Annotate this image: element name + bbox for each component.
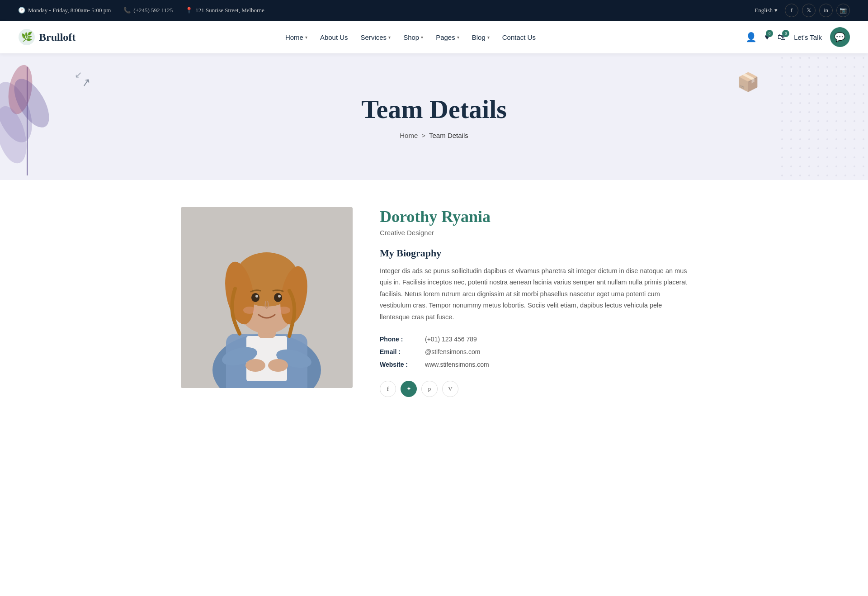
linkedin-top-icon[interactable]: in — [819, 4, 833, 17]
svg-point-15 — [245, 359, 265, 372]
nav-label-home: Home — [285, 33, 303, 41]
nav-link-home[interactable]: Home ▾ — [285, 33, 307, 41]
language-chevron: ▾ — [774, 7, 778, 14]
vimeo-link[interactable]: V — [442, 381, 458, 397]
svg-point-26 — [243, 307, 256, 314]
phone-text: (+245) 592 1125 — [133, 7, 173, 14]
nav-link-pages[interactable]: Pages ▾ — [436, 33, 459, 41]
svg-point-5 — [7, 73, 54, 133]
header: 🌿 Brulloft Home ▾ About Us Services ▾ — [0, 21, 868, 53]
website-value: www.stifensimons.com — [425, 361, 489, 368]
lets-talk-button[interactable]: Let's Talk — [794, 33, 822, 41]
phone-label: Phone : — [380, 336, 416, 343]
address-info: 📍 121 Sunrise Street, Melborne — [185, 7, 264, 14]
language-selector[interactable]: English ▾ — [755, 7, 778, 14]
main-nav: Home ▾ About Us Services ▾ Shop ▾ — [285, 33, 536, 41]
twitter-link[interactable]: ✦ — [401, 381, 417, 397]
top-social-icons: f 𝕏 in 📷 — [785, 4, 850, 17]
phone-value: (+01) 123 456 789 — [425, 336, 477, 343]
svg-point-22 — [251, 293, 259, 302]
svg-point-6 — [0, 103, 32, 166]
nav-item-services: Services ▾ — [361, 33, 391, 41]
profile-name: Dorothy Ryania — [380, 207, 687, 226]
logo[interactable]: 🌿 Brulloft — [18, 28, 75, 46]
cart-badge: 0 — [782, 30, 789, 37]
profile-job-title: Creative Designer — [380, 229, 687, 237]
social-links: f ✦ p V — [380, 381, 687, 397]
nav-chevron-pages: ▾ — [457, 35, 459, 40]
nav-label-shop: Shop — [403, 33, 419, 41]
nav-link-about[interactable]: About Us — [320, 33, 348, 41]
profile-image-wrap — [181, 207, 353, 388]
facebook-top-icon[interactable]: f — [785, 4, 798, 17]
hours-info: 🕐 Monday - Friday, 8:00am- 5:00 pm — [18, 7, 111, 14]
nav-chevron-home: ▾ — [305, 35, 307, 40]
nav-label-blog: Blog — [472, 33, 486, 41]
user-icon[interactable]: 👤 — [745, 32, 757, 43]
phone-info: 📞 (+245) 592 1125 — [123, 7, 173, 14]
chat-button[interactable]: 💬 — [830, 27, 850, 47]
twitter-top-icon[interactable]: 𝕏 — [802, 4, 816, 17]
instagram-top-icon[interactable]: 📷 — [836, 4, 850, 17]
svg-text:🌿: 🌿 — [21, 31, 33, 42]
contact-table: Phone : (+01) 123 456 789 Email : @stife… — [380, 336, 687, 368]
website-label: Website : — [380, 361, 416, 368]
header-actions: 👤 ♥ 0 🛍 0 Let's Talk 💬 — [745, 27, 850, 47]
nav-link-contact[interactable]: Contact Us — [502, 33, 536, 41]
bio-heading: My Biography — [380, 247, 687, 259]
nav-item-pages: Pages ▾ — [436, 33, 459, 41]
profile-info: Dorothy Ryania Creative Designer My Biog… — [380, 207, 687, 397]
breadcrumb-home[interactable]: Home — [400, 132, 418, 139]
nav-item-about: About Us — [320, 33, 348, 41]
svg-point-16 — [268, 359, 288, 372]
logo-icon: 🌿 — [18, 28, 35, 46]
nav-label-services: Services — [361, 33, 387, 41]
page-title: Team Details — [361, 94, 507, 124]
nav-item-shop: Shop ▾ — [403, 33, 423, 41]
bio-text: Integer dis ads se purus sollicitudin da… — [380, 265, 687, 323]
svg-point-3 — [0, 77, 39, 147]
facebook-link[interactable]: f — [380, 381, 396, 397]
nav-chevron-blog: ▾ — [487, 35, 490, 40]
nav-link-services[interactable]: Services ▾ — [361, 33, 391, 41]
clock-icon: 🕐 — [18, 7, 25, 14]
breadcrumb: Home > Team Details — [400, 132, 468, 139]
nav-label-contact: Contact Us — [502, 33, 536, 41]
nav-item-home: Home ▾ — [285, 33, 307, 41]
phone-row: Phone : (+01) 123 456 789 — [380, 336, 687, 343]
website-row: Website : www.stifensimons.com — [380, 361, 687, 368]
email-row: Email : @stifensimons.com — [380, 348, 687, 355]
email-label: Email : — [380, 348, 416, 355]
decoration-box: 📦 — [737, 71, 760, 93]
wishlist-icon[interactable]: ♥ 0 — [765, 33, 770, 42]
nav-label-pages: Pages — [436, 33, 455, 41]
location-icon: 📍 — [185, 7, 193, 14]
nav-label-about: About Us — [320, 33, 348, 41]
svg-point-25 — [278, 295, 281, 298]
nav-link-shop[interactable]: Shop ▾ — [403, 33, 423, 41]
nav-chevron-services: ▾ — [388, 35, 391, 40]
svg-rect-8 — [778, 53, 868, 180]
nav-chevron-shop: ▾ — [421, 35, 423, 40]
logo-text: Brulloft — [39, 31, 75, 43]
language-label: English — [755, 7, 773, 14]
pinterest-link[interactable]: p — [421, 381, 438, 397]
svg-point-27 — [278, 307, 290, 314]
top-bar-left: 🕐 Monday - Friday, 8:00am- 5:00 pm 📞 (+2… — [18, 7, 264, 14]
person-illustration — [181, 207, 353, 388]
nav-link-blog[interactable]: Blog ▾ — [472, 33, 490, 41]
svg-point-24 — [255, 295, 258, 298]
svg-point-23 — [274, 293, 282, 302]
decoration-leaf — [0, 53, 54, 180]
top-bar-right: English ▾ f 𝕏 in 📷 — [755, 4, 850, 17]
address-text: 121 Sunrise Street, Melborne — [195, 7, 264, 14]
profile-image — [181, 207, 353, 388]
decoration-grid — [778, 53, 868, 180]
nav-list: Home ▾ About Us Services ▾ Shop ▾ — [285, 33, 536, 41]
decoration-lines: ↙ — [75, 69, 82, 80]
hero-banner: ↗ ↙ 📦 Team Details Home > Team Details — [0, 53, 868, 180]
chat-icon: 💬 — [834, 32, 845, 43]
top-bar: 🕐 Monday - Friday, 8:00am- 5:00 pm 📞 (+2… — [0, 0, 868, 21]
breadcrumb-separator: > — [421, 132, 425, 139]
cart-icon[interactable]: 🛍 0 — [778, 33, 786, 42]
